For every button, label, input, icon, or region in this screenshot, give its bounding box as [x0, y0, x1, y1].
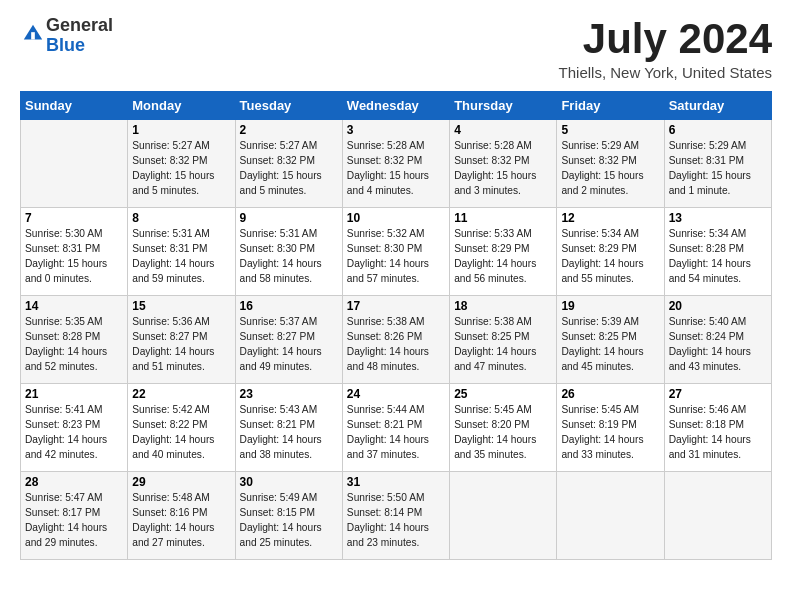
day-cell — [664, 472, 771, 560]
day-info: Sunrise: 5:27 AM Sunset: 8:32 PM Dayligh… — [132, 139, 230, 198]
logo-text: General Blue — [46, 16, 113, 56]
day-cell: 25Sunrise: 5:45 AM Sunset: 8:20 PM Dayli… — [450, 384, 557, 472]
day-info: Sunrise: 5:35 AM Sunset: 8:28 PM Dayligh… — [25, 315, 123, 374]
day-cell: 10Sunrise: 5:32 AM Sunset: 8:30 PM Dayli… — [342, 208, 449, 296]
day-info: Sunrise: 5:38 AM Sunset: 8:26 PM Dayligh… — [347, 315, 445, 374]
day-cell: 4Sunrise: 5:28 AM Sunset: 8:32 PM Daylig… — [450, 120, 557, 208]
week-row-2: 7Sunrise: 5:30 AM Sunset: 8:31 PM Daylig… — [21, 208, 772, 296]
day-cell: 23Sunrise: 5:43 AM Sunset: 8:21 PM Dayli… — [235, 384, 342, 472]
day-number: 16 — [240, 299, 338, 313]
header-cell-thursday: Thursday — [450, 92, 557, 120]
day-number: 23 — [240, 387, 338, 401]
day-cell: 30Sunrise: 5:49 AM Sunset: 8:15 PM Dayli… — [235, 472, 342, 560]
day-info: Sunrise: 5:40 AM Sunset: 8:24 PM Dayligh… — [669, 315, 767, 374]
day-cell: 21Sunrise: 5:41 AM Sunset: 8:23 PM Dayli… — [21, 384, 128, 472]
day-number: 18 — [454, 299, 552, 313]
day-cell: 16Sunrise: 5:37 AM Sunset: 8:27 PM Dayli… — [235, 296, 342, 384]
header-row: SundayMondayTuesdayWednesdayThursdayFrid… — [21, 92, 772, 120]
day-info: Sunrise: 5:33 AM Sunset: 8:29 PM Dayligh… — [454, 227, 552, 286]
day-cell: 2Sunrise: 5:27 AM Sunset: 8:32 PM Daylig… — [235, 120, 342, 208]
week-row-5: 28Sunrise: 5:47 AM Sunset: 8:17 PM Dayli… — [21, 472, 772, 560]
day-number: 30 — [240, 475, 338, 489]
day-number: 25 — [454, 387, 552, 401]
day-cell: 12Sunrise: 5:34 AM Sunset: 8:29 PM Dayli… — [557, 208, 664, 296]
day-cell: 6Sunrise: 5:29 AM Sunset: 8:31 PM Daylig… — [664, 120, 771, 208]
day-number: 7 — [25, 211, 123, 225]
day-info: Sunrise: 5:31 AM Sunset: 8:30 PM Dayligh… — [240, 227, 338, 286]
location: Thiells, New York, United States — [559, 64, 772, 81]
day-number: 9 — [240, 211, 338, 225]
day-number: 13 — [669, 211, 767, 225]
day-cell — [450, 472, 557, 560]
day-info: Sunrise: 5:36 AM Sunset: 8:27 PM Dayligh… — [132, 315, 230, 374]
day-info: Sunrise: 5:45 AM Sunset: 8:19 PM Dayligh… — [561, 403, 659, 462]
day-cell: 26Sunrise: 5:45 AM Sunset: 8:19 PM Dayli… — [557, 384, 664, 472]
day-cell: 27Sunrise: 5:46 AM Sunset: 8:18 PM Dayli… — [664, 384, 771, 472]
day-number: 29 — [132, 475, 230, 489]
day-info: Sunrise: 5:47 AM Sunset: 8:17 PM Dayligh… — [25, 491, 123, 550]
header-cell-monday: Monday — [128, 92, 235, 120]
month-title: July 2024 — [559, 16, 772, 62]
day-info: Sunrise: 5:49 AM Sunset: 8:15 PM Dayligh… — [240, 491, 338, 550]
day-info: Sunrise: 5:27 AM Sunset: 8:32 PM Dayligh… — [240, 139, 338, 198]
calendar-table: SundayMondayTuesdayWednesdayThursdayFrid… — [20, 91, 772, 560]
day-cell: 19Sunrise: 5:39 AM Sunset: 8:25 PM Dayli… — [557, 296, 664, 384]
day-number: 17 — [347, 299, 445, 313]
title-block: July 2024 Thiells, New York, United Stat… — [559, 16, 772, 81]
day-cell: 20Sunrise: 5:40 AM Sunset: 8:24 PM Dayli… — [664, 296, 771, 384]
day-number: 28 — [25, 475, 123, 489]
day-info: Sunrise: 5:48 AM Sunset: 8:16 PM Dayligh… — [132, 491, 230, 550]
day-info: Sunrise: 5:29 AM Sunset: 8:32 PM Dayligh… — [561, 139, 659, 198]
day-info: Sunrise: 5:29 AM Sunset: 8:31 PM Dayligh… — [669, 139, 767, 198]
day-cell: 31Sunrise: 5:50 AM Sunset: 8:14 PM Dayli… — [342, 472, 449, 560]
day-cell: 15Sunrise: 5:36 AM Sunset: 8:27 PM Dayli… — [128, 296, 235, 384]
day-cell: 24Sunrise: 5:44 AM Sunset: 8:21 PM Dayli… — [342, 384, 449, 472]
day-info: Sunrise: 5:45 AM Sunset: 8:20 PM Dayligh… — [454, 403, 552, 462]
day-number: 11 — [454, 211, 552, 225]
day-cell: 11Sunrise: 5:33 AM Sunset: 8:29 PM Dayli… — [450, 208, 557, 296]
day-number: 22 — [132, 387, 230, 401]
page: General Blue July 2024 Thiells, New York… — [0, 0, 792, 572]
day-number: 1 — [132, 123, 230, 137]
day-cell: 9Sunrise: 5:31 AM Sunset: 8:30 PM Daylig… — [235, 208, 342, 296]
week-row-4: 21Sunrise: 5:41 AM Sunset: 8:23 PM Dayli… — [21, 384, 772, 472]
day-number: 27 — [669, 387, 767, 401]
day-number: 15 — [132, 299, 230, 313]
day-number: 12 — [561, 211, 659, 225]
day-cell: 13Sunrise: 5:34 AM Sunset: 8:28 PM Dayli… — [664, 208, 771, 296]
day-cell: 7Sunrise: 5:30 AM Sunset: 8:31 PM Daylig… — [21, 208, 128, 296]
header-cell-friday: Friday — [557, 92, 664, 120]
header-cell-sunday: Sunday — [21, 92, 128, 120]
header: General Blue July 2024 Thiells, New York… — [20, 16, 772, 81]
day-number: 6 — [669, 123, 767, 137]
day-info: Sunrise: 5:37 AM Sunset: 8:27 PM Dayligh… — [240, 315, 338, 374]
day-cell — [21, 120, 128, 208]
day-number: 26 — [561, 387, 659, 401]
day-info: Sunrise: 5:32 AM Sunset: 8:30 PM Dayligh… — [347, 227, 445, 286]
day-info: Sunrise: 5:43 AM Sunset: 8:21 PM Dayligh… — [240, 403, 338, 462]
day-number: 2 — [240, 123, 338, 137]
day-number: 3 — [347, 123, 445, 137]
day-number: 4 — [454, 123, 552, 137]
day-cell — [557, 472, 664, 560]
day-number: 20 — [669, 299, 767, 313]
day-number: 21 — [25, 387, 123, 401]
day-number: 14 — [25, 299, 123, 313]
day-info: Sunrise: 5:41 AM Sunset: 8:23 PM Dayligh… — [25, 403, 123, 462]
logo-icon — [22, 23, 44, 45]
day-number: 24 — [347, 387, 445, 401]
day-info: Sunrise: 5:31 AM Sunset: 8:31 PM Dayligh… — [132, 227, 230, 286]
day-info: Sunrise: 5:42 AM Sunset: 8:22 PM Dayligh… — [132, 403, 230, 462]
day-info: Sunrise: 5:38 AM Sunset: 8:25 PM Dayligh… — [454, 315, 552, 374]
day-info: Sunrise: 5:46 AM Sunset: 8:18 PM Dayligh… — [669, 403, 767, 462]
day-cell: 28Sunrise: 5:47 AM Sunset: 8:17 PM Dayli… — [21, 472, 128, 560]
logo: General Blue — [20, 16, 113, 56]
day-cell: 17Sunrise: 5:38 AM Sunset: 8:26 PM Dayli… — [342, 296, 449, 384]
day-info: Sunrise: 5:34 AM Sunset: 8:28 PM Dayligh… — [669, 227, 767, 286]
day-info: Sunrise: 5:44 AM Sunset: 8:21 PM Dayligh… — [347, 403, 445, 462]
day-info: Sunrise: 5:28 AM Sunset: 8:32 PM Dayligh… — [454, 139, 552, 198]
day-info: Sunrise: 5:30 AM Sunset: 8:31 PM Dayligh… — [25, 227, 123, 286]
day-number: 5 — [561, 123, 659, 137]
day-number: 8 — [132, 211, 230, 225]
day-cell: 1Sunrise: 5:27 AM Sunset: 8:32 PM Daylig… — [128, 120, 235, 208]
